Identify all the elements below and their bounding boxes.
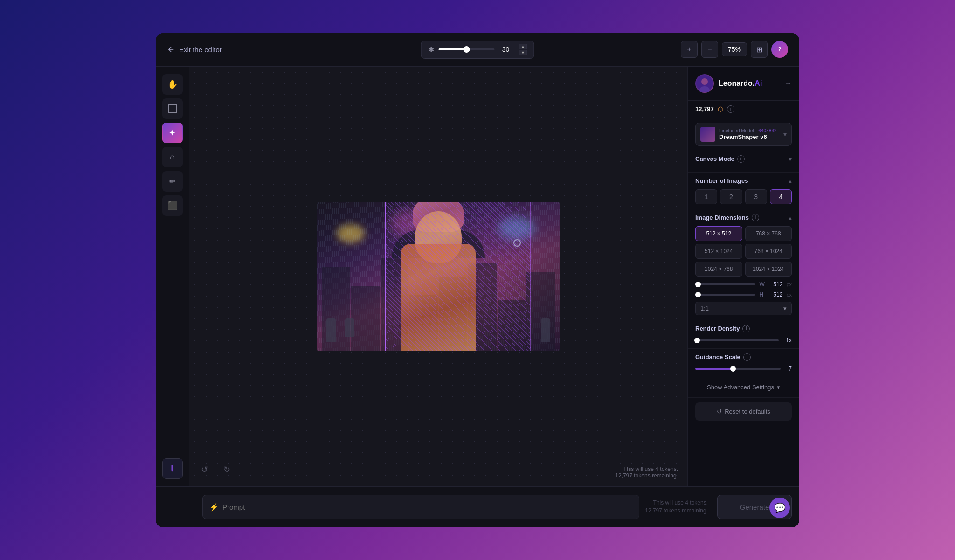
num-images-section: Number of Images ▴ 1 2 3 4 bbox=[688, 173, 799, 209]
panel-exit-button[interactable]: → bbox=[784, 79, 792, 88]
num-images-toggle[interactable]: ▴ bbox=[789, 177, 792, 185]
dim-512x1024[interactable]: 512 × 1024 bbox=[695, 244, 742, 259]
chat-icon: 💬 bbox=[774, 502, 786, 513]
brush-increment[interactable]: ▲ bbox=[519, 44, 527, 49]
undo-redo-area: ↺ ↻ bbox=[195, 460, 236, 479]
advanced-chevron-icon: ▾ bbox=[777, 384, 780, 391]
token-notice-text: This will use 4 tokens. bbox=[615, 466, 678, 472]
top-right-controls: + − 75% ⊞ ? bbox=[681, 41, 788, 58]
download-tool-button[interactable]: ⬇ bbox=[162, 458, 183, 479]
bg-people-right bbox=[541, 318, 550, 342]
canvas-mode-title: Canvas Mode i bbox=[695, 155, 745, 163]
canvas-mode-info[interactable]: i bbox=[737, 155, 745, 163]
prompt-input[interactable] bbox=[222, 503, 632, 511]
brush-slider[interactable] bbox=[439, 48, 495, 50]
num-images-4[interactable]: 4 bbox=[770, 189, 792, 204]
prompt-row: ⚡ bbox=[202, 495, 639, 519]
guidance-scale-section: Guidance Scale i 7 bbox=[688, 349, 799, 377]
num-images-1[interactable]: 1 bbox=[695, 189, 717, 204]
eraser-tool-button[interactable]: ⌂ bbox=[162, 147, 183, 167]
user-avatar-button[interactable]: ? bbox=[771, 41, 788, 58]
image-dimensions-title: Image Dimensions i bbox=[695, 214, 759, 221]
dimensions-info[interactable]: i bbox=[752, 214, 759, 221]
brand-highlight: Ai bbox=[754, 79, 762, 87]
guidance-scale-title: Guidance Scale i bbox=[695, 353, 751, 361]
show-advanced-label: Show Advanced Settings bbox=[707, 384, 774, 391]
dim-512x512[interactable]: 512 × 512 bbox=[695, 226, 742, 241]
eraser-icon: ⌂ bbox=[170, 152, 175, 162]
pencil-tool-button[interactable]: ✏ bbox=[162, 171, 183, 192]
exit-label: Exit the editor bbox=[179, 46, 222, 54]
render-density-title: Render Density i bbox=[695, 325, 750, 332]
height-slider[interactable] bbox=[695, 294, 755, 296]
width-unit: px bbox=[786, 282, 792, 287]
canvas-mode-header: Canvas Mode i ▾ bbox=[695, 155, 792, 163]
guidance-scale-info[interactable]: i bbox=[743, 353, 751, 361]
image-tool-button[interactable]: ⬛ bbox=[162, 195, 183, 216]
reset-defaults-button[interactable]: ↺ Reset to defaults bbox=[695, 402, 792, 421]
brush-thumb bbox=[464, 46, 470, 53]
canvas-mode-toggle[interactable]: ▾ bbox=[789, 155, 792, 163]
undo-button[interactable]: ↺ bbox=[195, 460, 214, 479]
image-dimensions-section: Image Dimensions i ▴ 512 × 512 768 × 768… bbox=[688, 209, 799, 320]
chat-button[interactable]: 💬 bbox=[769, 498, 790, 518]
avatar-image bbox=[696, 75, 713, 92]
panel-header: Leonardo.Ai → bbox=[688, 67, 799, 101]
canvas-area[interactable]: This will use 4 tokens. 12,797 tokens re… bbox=[189, 67, 687, 486]
brush-tool-button[interactable]: ✦ bbox=[162, 123, 183, 143]
pencil-icon: ✏ bbox=[169, 176, 176, 187]
redo-button[interactable]: ↻ bbox=[217, 460, 236, 479]
dim-1024x768[interactable]: 1024 × 768 bbox=[695, 262, 742, 277]
prompt-area: ⚡ bbox=[202, 495, 639, 519]
model-selector[interactable]: Finetuned Model +640×832 DreamShaper v6 … bbox=[695, 123, 792, 146]
exit-editor-button[interactable]: Exit the editor bbox=[167, 45, 222, 54]
token-notice-bottom: This will use 4 tokens. bbox=[645, 499, 708, 507]
tokens-remaining-bottom: 12,797 tokens remaining. bbox=[645, 507, 708, 515]
guidance-scale-header: Guidance Scale i bbox=[695, 353, 792, 361]
model-info: Finetuned Model +640×832 DreamShaper v6 bbox=[719, 128, 780, 140]
ratio-value: 1:1 bbox=[700, 305, 709, 312]
num-images-3[interactable]: 3 bbox=[745, 189, 767, 204]
dim-768x1024[interactable]: 768 × 1024 bbox=[745, 244, 792, 259]
dim-1024x1024[interactable]: 1024 × 1024 bbox=[745, 262, 792, 277]
handle-circle[interactable] bbox=[513, 239, 521, 247]
mask-hatch bbox=[385, 202, 531, 351]
guidance-slider[interactable] bbox=[695, 368, 781, 370]
svg-point-1 bbox=[701, 78, 708, 85]
mask-region bbox=[385, 202, 531, 351]
density-slider[interactable] bbox=[695, 339, 779, 341]
height-unit: px bbox=[786, 292, 792, 297]
grid-button[interactable]: ⊞ bbox=[751, 41, 768, 58]
model-thumbnail bbox=[700, 127, 715, 142]
ratio-chevron-icon: ▾ bbox=[783, 305, 787, 312]
guidance-row: 7 bbox=[695, 366, 792, 372]
token-info-icon[interactable]: i bbox=[727, 105, 734, 113]
token-info-text: This will use 4 tokens. 12,797 tokens re… bbox=[645, 499, 708, 515]
dim-768x768[interactable]: 768 × 768 bbox=[745, 226, 792, 241]
token-notice-area: This will use 4 tokens. 12,797 tokens re… bbox=[615, 466, 678, 479]
brush-decrement[interactable]: ▼ bbox=[519, 50, 527, 55]
canvas-mode-section: Canvas Mode i ▾ bbox=[688, 151, 799, 173]
ratio-selector[interactable]: 1:1 ▾ bbox=[695, 302, 792, 315]
num-images-2[interactable]: 2 bbox=[720, 189, 742, 204]
top-bar: Exit the editor ✱ 30 ▲ ▼ + − 75% ⊞ ? bbox=[156, 33, 799, 67]
panel-avatar bbox=[695, 74, 714, 93]
zoom-in-button[interactable]: + bbox=[681, 41, 698, 58]
token-count-display: 12,797 bbox=[695, 105, 714, 112]
scene-background bbox=[317, 202, 560, 351]
main-container: Exit the editor ✱ 30 ▲ ▼ + − 75% ⊞ ? bbox=[156, 33, 799, 527]
workspace: ✋ ✦ ⌂ ✏ ⬛ ⬇ bbox=[156, 67, 799, 486]
height-label: H bbox=[759, 291, 766, 298]
select-tool-button[interactable] bbox=[162, 98, 183, 119]
show-advanced-button[interactable]: Show Advanced Settings ▾ bbox=[688, 377, 799, 398]
dimensions-toggle[interactable]: ▴ bbox=[789, 214, 792, 221]
zoom-out-button[interactable]: − bbox=[701, 41, 718, 58]
hand-tool-button[interactable]: ✋ bbox=[162, 74, 183, 95]
render-density-info[interactable]: i bbox=[742, 325, 750, 332]
bg-person-3 bbox=[541, 318, 550, 342]
brush-stepper: ▲ ▼ bbox=[519, 44, 527, 55]
width-slider[interactable] bbox=[695, 283, 755, 285]
guidance-thumb bbox=[730, 366, 736, 372]
download-icon: ⬇ bbox=[169, 463, 176, 474]
reset-icon: ↺ bbox=[717, 408, 722, 415]
